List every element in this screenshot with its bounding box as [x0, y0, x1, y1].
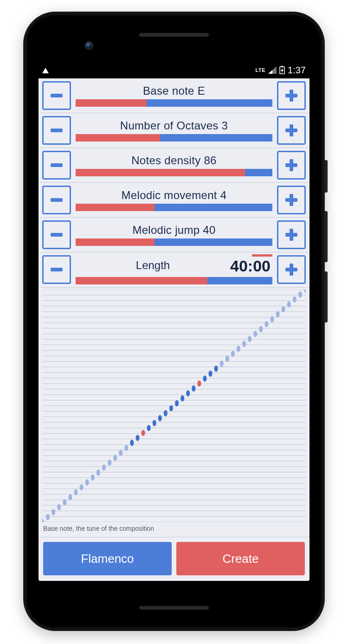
- svg-rect-19: [290, 229, 293, 241]
- param-row-base-note: Base note E: [39, 78, 309, 113]
- svg-point-90: [264, 321, 268, 327]
- svg-point-89: [259, 326, 263, 332]
- param-row-movement: Melodic movement 4: [39, 183, 309, 218]
- param-label: Melodic jump 40: [76, 224, 272, 237]
- increment-button[interactable]: [277, 81, 306, 110]
- svg-point-108: [192, 386, 195, 392]
- svg-point-67: [46, 514, 50, 520]
- svg-point-106: [180, 395, 184, 401]
- create-button-label: Create: [222, 552, 258, 566]
- increment-button[interactable]: [277, 186, 306, 214]
- svg-point-88: [253, 331, 257, 337]
- svg-marker-4: [281, 68, 284, 73]
- svg-point-72: [74, 489, 77, 495]
- svg-rect-16: [290, 194, 293, 206]
- android-n-icon: [42, 68, 49, 73]
- pitch-chart: [42, 290, 306, 522]
- svg-point-112: [142, 430, 145, 436]
- svg-point-96: [298, 291, 302, 297]
- svg-point-85: [237, 346, 240, 352]
- speaker: [139, 606, 209, 610]
- increment-button[interactable]: [277, 151, 306, 180]
- minus-icon: [49, 122, 64, 138]
- status-bar: LTE 1:37: [39, 62, 309, 78]
- param-label: Notes density 86: [76, 154, 272, 167]
- svg-point-97: [304, 290, 306, 293]
- decrement-button[interactable]: [42, 220, 71, 249]
- svg-point-71: [68, 494, 72, 500]
- minus-icon: [49, 227, 64, 243]
- param-row-jump: Melodic jump 40: [39, 218, 309, 252]
- svg-point-78: [108, 459, 111, 465]
- chart-caption: Base note, the tune of the composition: [42, 522, 306, 537]
- param-slider[interactable]: [76, 238, 272, 246]
- svg-point-74: [85, 479, 89, 485]
- param-row-length: Length 40:00: [39, 252, 309, 288]
- plus-icon: [284, 227, 299, 243]
- svg-rect-20: [51, 268, 63, 271]
- svg-point-113: [197, 380, 201, 386]
- plus-icon: [284, 122, 299, 138]
- svg-marker-1: [268, 70, 272, 74]
- side-button: [325, 271, 328, 322]
- screen: LTE 1:37 Base note E: [39, 62, 309, 581]
- svg-point-79: [113, 455, 117, 461]
- decrement-button[interactable]: [42, 255, 71, 284]
- svg-rect-10: [290, 124, 293, 136]
- svg-rect-17: [51, 233, 63, 237]
- increment-button[interactable]: [277, 220, 306, 249]
- battery-charging-icon: [279, 66, 285, 74]
- param-label: Length: [76, 259, 230, 272]
- svg-rect-8: [51, 129, 63, 132]
- param-label: Number of Octaves 3: [76, 119, 272, 132]
- minus-icon: [49, 262, 64, 277]
- create-button[interactable]: Create: [176, 542, 305, 575]
- svg-point-111: [214, 366, 218, 372]
- svg-point-100: [147, 425, 151, 431]
- minus-icon: [49, 88, 64, 103]
- svg-point-73: [80, 484, 84, 490]
- svg-point-93: [282, 306, 285, 312]
- svg-point-81: [124, 445, 128, 451]
- decrement-button[interactable]: [42, 81, 71, 110]
- signal-icon: [268, 66, 277, 74]
- plus-icon: [284, 262, 299, 277]
- svg-point-77: [102, 464, 106, 470]
- increment-button[interactable]: [277, 255, 306, 284]
- param-slider[interactable]: [76, 169, 272, 176]
- svg-point-99: [135, 435, 139, 441]
- svg-rect-3: [281, 66, 283, 67]
- svg-point-107: [186, 390, 190, 396]
- svg-rect-11: [51, 163, 63, 167]
- param-slider[interactable]: [76, 204, 272, 211]
- svg-rect-22: [290, 264, 293, 276]
- param-label: Base note E: [76, 84, 272, 97]
- decrement-button[interactable]: [42, 116, 71, 145]
- svg-rect-14: [51, 198, 63, 202]
- svg-point-80: [119, 450, 122, 456]
- param-slider[interactable]: [76, 99, 272, 107]
- svg-point-82: [220, 361, 224, 367]
- param-slider[interactable]: [76, 134, 272, 142]
- clock: 1:37: [288, 65, 306, 76]
- decrement-button[interactable]: [42, 186, 71, 214]
- svg-point-104: [169, 405, 173, 411]
- svg-point-75: [91, 474, 95, 480]
- style-button[interactable]: Flamenco: [43, 542, 172, 575]
- app-content: Base note E Number of Octaves 3: [39, 78, 309, 581]
- length-value[interactable]: 40:00: [230, 255, 272, 275]
- svg-point-87: [248, 336, 251, 342]
- svg-point-86: [242, 341, 246, 347]
- front-camera: [85, 41, 93, 50]
- svg-point-102: [158, 415, 162, 421]
- network-type-label: LTE: [256, 67, 265, 73]
- svg-point-83: [226, 356, 229, 362]
- decrement-button[interactable]: [42, 151, 71, 180]
- plus-icon: [284, 88, 299, 103]
- svg-point-101: [153, 420, 156, 426]
- svg-point-84: [231, 351, 235, 357]
- side-button: [325, 160, 328, 193]
- phone-frame: LTE 1:37 Base note E: [23, 12, 325, 631]
- increment-button[interactable]: [277, 116, 306, 145]
- param-slider[interactable]: [76, 277, 272, 284]
